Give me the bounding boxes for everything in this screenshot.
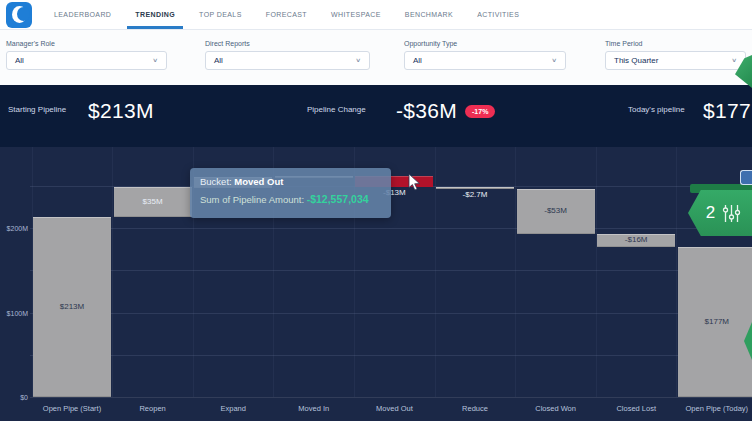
pipeline-change-value: -$36M — [396, 99, 457, 123]
x-label-moved-out: Moved Out — [376, 404, 413, 413]
bar-label-open-pipe-start: $213M — [60, 302, 84, 311]
x-label-expand: Expand — [220, 404, 245, 413]
starting-pipeline-label: Starting Pipeline — [8, 105, 66, 114]
edge-mini-button[interactable] — [740, 170, 752, 185]
tab-forecast[interactable]: FORECAST — [254, 0, 319, 29]
filter-label: Manager's Role — [6, 40, 167, 47]
tab-benchmark[interactable]: BENCHMARK — [393, 0, 465, 29]
bar-reduce[interactable] — [436, 187, 514, 190]
todays-pipeline-label: Today's pipeline — [628, 105, 685, 114]
direct-reports-select[interactable]: All∨ — [205, 51, 370, 70]
x-label-closed-won: Closed Won — [535, 404, 576, 413]
starting-pipeline-value: $213M — [88, 99, 154, 123]
x-label-reopen: Reopen — [139, 404, 165, 413]
filter-opportunity-type: Opportunity TypeAll∨ — [404, 40, 566, 70]
pipeline-change-label: Pipeline Change — [307, 105, 366, 114]
filter-count: 2 — [706, 203, 715, 223]
filter-manager-s-role: Manager's RoleAll∨ — [6, 40, 167, 70]
column-separator — [112, 147, 113, 397]
bar-label-closed-lost: -$16M — [625, 235, 648, 244]
opportunity-type-select[interactable]: All∨ — [404, 51, 566, 70]
x-label-open-pipe-today: Open Pipe (Today) — [686, 404, 749, 413]
filter-time-period: Time PeriodThis Quarter∨ — [605, 40, 746, 70]
todays-pipeline-value: $177M — [703, 99, 752, 123]
x-label-closed-lost: Closed Lost — [616, 404, 656, 413]
tab-leaderboard[interactable]: LEADERBOARD — [42, 0, 123, 29]
gridline-50m — [30, 355, 752, 356]
tab-activities[interactable]: ACTIVITIES — [465, 0, 531, 29]
chevron-down-icon: ∨ — [152, 57, 158, 63]
sliders-icon — [721, 203, 742, 224]
clari-logo-icon[interactable] — [6, 2, 32, 28]
tooltip-sum-value: -$12,557,034 — [307, 193, 369, 205]
tooltip-bucket-value: Moved Out — [234, 176, 283, 187]
filter-label: Opportunity Type — [404, 40, 566, 47]
filter-direct-reports: Direct ReportsAll∨ — [205, 40, 370, 70]
tab-top-deals[interactable]: TOP DEALS — [187, 0, 254, 29]
tab-trending[interactable]: TRENDING — [123, 0, 187, 29]
gridline-100m — [30, 313, 752, 314]
x-label-reduce: Reduce — [462, 404, 488, 413]
column-separator — [435, 147, 436, 397]
mouse-cursor-icon — [408, 173, 421, 192]
y-tick-0: $0 — [0, 394, 28, 401]
time-period-select[interactable]: This Quarter∨ — [605, 51, 746, 70]
chevron-down-icon: ∨ — [551, 57, 557, 63]
column-separator — [515, 147, 516, 397]
manager-s-role-select[interactable]: All∨ — [6, 51, 167, 70]
tooltip-bucket-line: Bucket: Moved Out — [200, 176, 381, 187]
select-value: All — [413, 56, 422, 65]
tab-whitespace[interactable]: WHITESPACE — [319, 0, 393, 29]
gridline-200m — [30, 228, 752, 229]
tooltip-sum-line: Sum of Pipeline Amount: -$12,557,034 — [200, 193, 381, 205]
bar-label-open-pipe-today: $177M — [705, 317, 729, 326]
gridline-150m — [30, 270, 752, 271]
nav-tabs: LEADERBOARDTRENDINGTOP DEALSFORECASTWHIT… — [42, 0, 531, 29]
y-tick-200m: $200M — [0, 225, 28, 232]
chevron-down-icon: ∨ — [731, 57, 737, 63]
bar-label-reduce: -$2.7M — [463, 190, 488, 199]
filter-bar: Manager's RoleAll∨Direct ReportsAll∨Oppo… — [0, 30, 752, 85]
x-axis-line — [30, 397, 752, 398]
applied-filters-badge[interactable]: 2 — [688, 190, 752, 236]
top-nav: LEADERBOARDTRENDINGTOP DEALSFORECASTWHIT… — [0, 0, 752, 30]
y-tick-100m: $100M — [0, 309, 28, 316]
select-value: All — [214, 56, 223, 65]
bar-label-closed-won: -$53M — [544, 206, 567, 215]
chart-tooltip: Bucket: Moved Out Sum of Pipeline Amount… — [190, 168, 391, 218]
kpi-bar: Starting Pipeline $213M Pipeline Change … — [0, 85, 752, 147]
filter-label: Direct Reports — [205, 40, 370, 47]
chevron-down-icon: ∨ — [355, 57, 361, 63]
bar-label-reopen: $35M — [143, 197, 163, 206]
column-separator — [596, 147, 597, 397]
select-value: This Quarter — [614, 56, 658, 65]
pipeline-change-percent-badge: -17% — [465, 105, 495, 118]
x-label-moved-in: Moved In — [298, 404, 329, 413]
select-value: All — [15, 56, 24, 65]
filter-label: Time Period — [605, 40, 746, 47]
x-label-open-pipe-start: Open Pipe (Start) — [43, 404, 101, 413]
